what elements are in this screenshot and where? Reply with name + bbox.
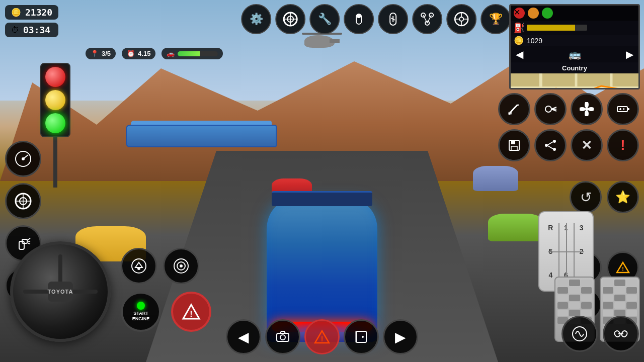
tire-btn[interactable] bbox=[275, 4, 305, 34]
warning-center-btn[interactable]: ! bbox=[304, 319, 340, 354]
nitro-btn[interactable] bbox=[378, 4, 408, 34]
power-btn[interactable]: ⏻ bbox=[570, 251, 602, 284]
svg-line-60 bbox=[548, 142, 553, 145]
right-hud-bottom: ⏻ ! 🔍 ? bbox=[570, 251, 639, 321]
battery-btn[interactable] bbox=[607, 93, 639, 125]
close-btn[interactable]: ✕ bbox=[571, 129, 603, 161]
svg-point-15 bbox=[459, 17, 463, 21]
nav-right-arrow[interactable]: ▶ bbox=[626, 48, 633, 60]
svg-point-72 bbox=[280, 335, 285, 340]
svg-point-38 bbox=[22, 286, 25, 289]
svg-point-48 bbox=[580, 107, 586, 111]
svg-point-67 bbox=[137, 267, 140, 270]
svg-line-61 bbox=[548, 146, 553, 149]
abs-brake-btn[interactable] bbox=[163, 248, 199, 284]
svg-rect-33 bbox=[22, 239, 27, 243]
refresh-btn[interactable]: ↺ bbox=[570, 181, 602, 213]
bottom-right-extras bbox=[561, 316, 639, 352]
brush-btn[interactable] bbox=[498, 93, 530, 125]
right-arrow-btn[interactable]: ▶ bbox=[383, 319, 418, 354]
svg-point-45 bbox=[585, 102, 589, 108]
nav-left-arrow[interactable]: ◀ bbox=[516, 48, 523, 60]
npc-car-blue bbox=[473, 166, 518, 191]
spray-btn[interactable] bbox=[5, 225, 41, 261]
wheel-type-btn[interactable] bbox=[446, 4, 476, 34]
car-blue-body bbox=[473, 166, 518, 191]
svg-point-76 bbox=[362, 336, 364, 338]
npc-car-green bbox=[488, 214, 543, 241]
train bbox=[126, 121, 302, 151]
share-btn[interactable] bbox=[534, 129, 567, 161]
settings-btn[interactable]: ⚙️ bbox=[241, 4, 271, 34]
speedometer-btn[interactable] bbox=[5, 141, 41, 177]
transmission-btn[interactable] bbox=[412, 4, 442, 34]
alert-exclamation-btn[interactable]: ! bbox=[607, 129, 639, 161]
svg-point-40 bbox=[545, 106, 551, 112]
svg-point-70 bbox=[180, 264, 183, 267]
fan-btn[interactable] bbox=[571, 93, 603, 125]
tire-left-btn[interactable] bbox=[5, 183, 41, 219]
turbo-btn[interactable] bbox=[561, 316, 598, 352]
bottom-nav-controls: ◀ ! ▶ bbox=[226, 319, 418, 354]
svg-line-34 bbox=[27, 238, 30, 240]
right-hud-mid: ↺ ⭐ bbox=[570, 181, 639, 213]
car-green-body bbox=[488, 214, 543, 241]
game-background bbox=[0, 0, 644, 362]
svg-point-47 bbox=[585, 110, 589, 116]
door-btn[interactable] bbox=[344, 319, 379, 354]
train-body bbox=[126, 125, 277, 147]
bottom-left-circles bbox=[121, 248, 199, 284]
start-engine-btn[interactable]: STARTENGINE bbox=[121, 292, 161, 332]
right-hud-top: ✕ ! bbox=[498, 93, 639, 161]
left-arrow-btn[interactable]: ◀ bbox=[226, 319, 261, 354]
joystick-btn[interactable] bbox=[344, 4, 374, 34]
svg-point-5 bbox=[357, 14, 361, 18]
trophy-btn[interactable]: 🏆 bbox=[480, 4, 511, 34]
svg-text:!: ! bbox=[190, 310, 192, 318]
chain-btn[interactable] bbox=[603, 316, 639, 352]
repair-btn[interactable] bbox=[121, 248, 157, 284]
svg-point-59 bbox=[553, 148, 556, 151]
warning-triangle-icon: ! bbox=[181, 302, 201, 322]
star-btn[interactable]: ⭐ bbox=[607, 181, 639, 213]
hazard-warning-btn[interactable]: ! bbox=[171, 292, 211, 332]
svg-point-46 bbox=[588, 107, 594, 111]
svg-rect-49 bbox=[617, 107, 627, 112]
svg-line-35 bbox=[28, 241, 30, 242]
svg-line-36 bbox=[28, 243, 30, 244]
player-car-spoiler bbox=[272, 191, 372, 206]
camera-btn[interactable] bbox=[265, 319, 300, 354]
engine-btn-left[interactable] bbox=[5, 267, 41, 304]
svg-point-39 bbox=[508, 112, 512, 115]
svg-rect-75 bbox=[356, 331, 366, 342]
engine-indicator-dot bbox=[137, 302, 145, 310]
warning-triangle-btn[interactable]: ! bbox=[607, 251, 639, 284]
svg-text:!: ! bbox=[321, 335, 324, 343]
svg-point-58 bbox=[545, 144, 548, 147]
save-btn[interactable] bbox=[498, 129, 530, 161]
main-toolbar: ⚙️ 🔧 🏆 bbox=[241, 4, 511, 34]
svg-rect-56 bbox=[511, 146, 517, 150]
headlight-btn[interactable] bbox=[534, 93, 567, 125]
engine-btn-label: STARTENGINE bbox=[132, 311, 150, 322]
svg-rect-55 bbox=[511, 140, 515, 144]
svg-text:!: ! bbox=[622, 266, 624, 272]
svg-point-57 bbox=[553, 140, 556, 143]
svg-rect-50 bbox=[627, 108, 629, 110]
wrench-btn[interactable]: 🔧 bbox=[309, 4, 340, 34]
left-hud-panel bbox=[5, 141, 41, 304]
svg-point-27 bbox=[22, 157, 25, 160]
heli-tail bbox=[330, 39, 340, 43]
